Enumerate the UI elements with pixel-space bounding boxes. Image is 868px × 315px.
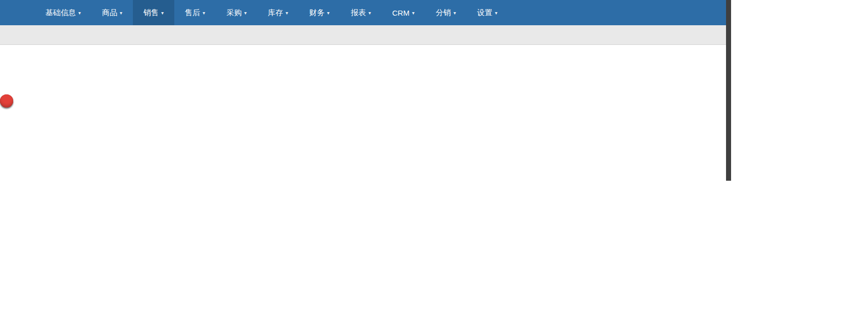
chevron-down-icon: ▾ xyxy=(368,10,371,16)
nav-item-reports[interactable]: 报表▾ xyxy=(340,0,381,25)
chevron-down-icon: ▾ xyxy=(495,10,497,16)
nav-item-label: 分销 xyxy=(436,8,451,18)
nav-item-purchase[interactable]: 采购▾ xyxy=(216,0,257,25)
nav-item-label: CRM xyxy=(392,9,409,17)
nav-item-label: 报表 xyxy=(351,8,366,18)
filter-row-1 xyxy=(4,49,727,64)
nav-item-sales[interactable]: 销售▾ xyxy=(133,0,174,25)
vertical-scrollbar[interactable] xyxy=(726,0,731,181)
nav-item-label: 销售 xyxy=(143,8,159,18)
chevron-down-icon: ▾ xyxy=(161,10,164,16)
nav-item-label: 财务 xyxy=(309,8,324,18)
tab-bar xyxy=(0,25,731,45)
chevron-down-icon: ▾ xyxy=(78,10,81,16)
toolbar xyxy=(0,89,731,94)
nav-item-goods[interactable]: 商品▾ xyxy=(91,0,133,25)
nav-item-label: 商品 xyxy=(102,8,117,18)
nav-item-inventory[interactable]: 库存▾ xyxy=(257,0,299,25)
nav-item-label: 库存 xyxy=(268,8,283,18)
chevron-down-icon: ▾ xyxy=(453,10,456,16)
nav-item-label: 售后 xyxy=(185,8,200,18)
chevron-down-icon: ▾ xyxy=(412,10,414,16)
nav-item-label: 基础信息 xyxy=(45,8,76,18)
filter-panel xyxy=(0,45,731,89)
nav-item-after-sales[interactable]: 售后▾ xyxy=(174,0,216,25)
annotation-step-2-badge xyxy=(0,94,13,108)
main-content: 基础信息▾商品▾销售▾售后▾采购▾库存▾财务▾报表▾CRM▾分销▾设置▾ xyxy=(0,0,731,94)
chevron-down-icon: ▾ xyxy=(203,10,205,16)
chevron-down-icon: ▾ xyxy=(285,10,288,16)
filter-row-2 xyxy=(4,69,727,83)
chevron-down-icon: ▾ xyxy=(327,10,329,16)
nav-item-settings[interactable]: 设置▾ xyxy=(466,0,508,25)
order-review-page: 基础信息▾商品▾销售▾售后▾采购▾库存▾财务▾报表▾CRM▾分销▾设置▾ xyxy=(0,0,868,315)
nav-item-finance[interactable]: 财务▾ xyxy=(299,0,340,25)
nav-item-basic-info[interactable]: 基础信息▾ xyxy=(35,0,91,25)
nav-item-label: 采购 xyxy=(226,8,242,18)
chevron-down-icon: ▾ xyxy=(120,10,122,16)
nav-item-crm[interactable]: CRM▾ xyxy=(381,0,425,25)
top-nav: 基础信息▾商品▾销售▾售后▾采购▾库存▾财务▾报表▾CRM▾分销▾设置▾ xyxy=(0,0,731,25)
nav-item-label: 设置 xyxy=(477,8,492,18)
chevron-down-icon: ▾ xyxy=(244,10,247,16)
main-menu: 基础信息▾商品▾销售▾售后▾采购▾库存▾财务▾报表▾CRM▾分销▾设置▾ xyxy=(35,0,508,25)
nav-item-distribution[interactable]: 分销▾ xyxy=(425,0,466,25)
